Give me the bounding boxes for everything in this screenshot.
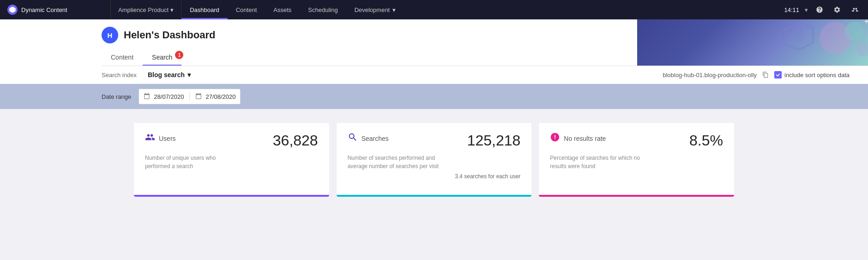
checkbox-icon	[774, 71, 782, 79]
brand-icon	[7, 5, 18, 15]
nav-tabs: Dashboard Content Assets Scheduling Deve…	[181, 0, 777, 19]
brand-area: Dynamic Content	[0, 0, 111, 19]
search-index-arrow: ▾	[187, 71, 191, 79]
calendar-to-icon	[195, 93, 202, 101]
date-separator	[189, 92, 190, 101]
page-title: Helen's Dashboard	[124, 29, 215, 41]
noresults-card-bar	[539, 195, 734, 197]
card-label-group: Users	[145, 132, 176, 145]
date-range-label: Date range	[102, 93, 131, 100]
search-index-label: Search index	[102, 72, 137, 79]
dashboard-title-area: H Helen's Dashboard	[102, 27, 868, 43]
nav-tab-dashboard[interactable]: Dashboard	[181, 0, 228, 19]
development-dropdown-icon: ▾	[392, 6, 396, 13]
users-card-value: 36,828	[273, 132, 318, 149]
users-card-bar	[134, 195, 329, 197]
nav-time: 14:11	[784, 6, 799, 13]
card-header: Users 36,828	[145, 132, 318, 149]
sort-options-checkbox[interactable]: include sort options data	[774, 71, 850, 79]
searches-card-header: Searches 125,218	[348, 132, 521, 149]
calendar-from-icon	[144, 93, 150, 101]
noresults-card-value: 8.5%	[689, 132, 723, 149]
nav-tab-scheduling[interactable]: Scheduling	[300, 0, 346, 19]
filter-right-area: bloblog-hub-01.blog-production-olly incl…	[663, 71, 850, 79]
noresults-card-label: No results rate	[564, 135, 606, 142]
nav-tab-development[interactable]: Development ▾	[346, 0, 404, 19]
index-id-text: bloblog-hub-01.blog-production-olly	[663, 72, 757, 79]
date-from-value: 28/07/2020	[154, 93, 184, 100]
users-icon	[145, 132, 155, 145]
searches-card-description: Number of searches performed and average…	[348, 154, 440, 170]
search-index-dropdown[interactable]: Blog search ▾	[148, 71, 191, 79]
noresults-icon	[550, 132, 560, 145]
date-bar: Date range 28/07/2020 27/08/2020	[0, 84, 868, 109]
product-label: Amplience Product	[118, 6, 169, 13]
header-area: ✦ H Helen's Dashboard Content Search 1	[0, 19, 868, 66]
help-button[interactable]	[814, 4, 826, 16]
time-dropdown-icon[interactable]: ▾	[805, 6, 808, 13]
searches-card-sub: 3.4 searches for each user	[348, 173, 521, 180]
checkbox-label: include sort options data	[784, 72, 850, 79]
date-to-value: 27/08/2020	[205, 93, 235, 100]
product-selector[interactable]: Amplience Product ▾	[111, 0, 181, 19]
user-avatar: H	[102, 27, 118, 43]
noresults-card: No results rate 8.5% Percentage of searc…	[539, 123, 734, 197]
users-card: Users 36,828 Number of unique users who …	[134, 123, 329, 197]
searches-card-value: 125,218	[467, 132, 521, 149]
searches-card-bar	[337, 195, 532, 197]
users-card-description: Number of unique users who performed a s…	[145, 154, 237, 170]
settings-button[interactable]	[831, 4, 843, 16]
search-tab-badge: 1	[175, 51, 183, 59]
searches-label-group: Searches	[348, 132, 389, 145]
users-card-label: Users	[159, 135, 176, 142]
nav-tab-content[interactable]: Content	[228, 0, 265, 19]
nav-right-area: 14:11 ▾	[777, 4, 868, 16]
nav-tab-assets[interactable]: Assets	[265, 0, 300, 19]
filter-bar: Search index Blog search ▾ bloblog-hub-0…	[0, 66, 868, 84]
searches-card-label: Searches	[362, 135, 389, 142]
noresults-card-header: No results rate 8.5%	[550, 132, 723, 149]
date-range-picker[interactable]: 28/07/2020 27/08/2020	[139, 89, 241, 104]
top-navigation: Dynamic Content Amplience Product ▾ Dash…	[0, 0, 868, 19]
copy-button[interactable]	[761, 71, 770, 79]
product-dropdown-icon: ▾	[170, 6, 174, 13]
noresults-card-description: Percentage of searches for which no resu…	[550, 154, 642, 170]
searches-icon	[348, 132, 358, 145]
brand-text: Dynamic Content	[21, 6, 67, 13]
header-content: H Helen's Dashboard Content Search 1	[0, 19, 868, 66]
main-content: Users 36,828 Number of unique users who …	[0, 109, 868, 257]
stats-cards-container: Users 36,828 Number of unique users who …	[134, 123, 734, 197]
user-menu-button[interactable]	[849, 4, 861, 16]
searches-card: Searches 125,218 Number of searches perf…	[337, 123, 532, 197]
tab-content[interactable]: Content	[102, 50, 143, 66]
header-tabs: Content Search 1	[102, 50, 868, 66]
noresults-label-group: No results rate	[550, 132, 606, 145]
tab-search[interactable]: Search 1	[143, 50, 181, 66]
search-index-value: Blog search	[148, 71, 185, 79]
